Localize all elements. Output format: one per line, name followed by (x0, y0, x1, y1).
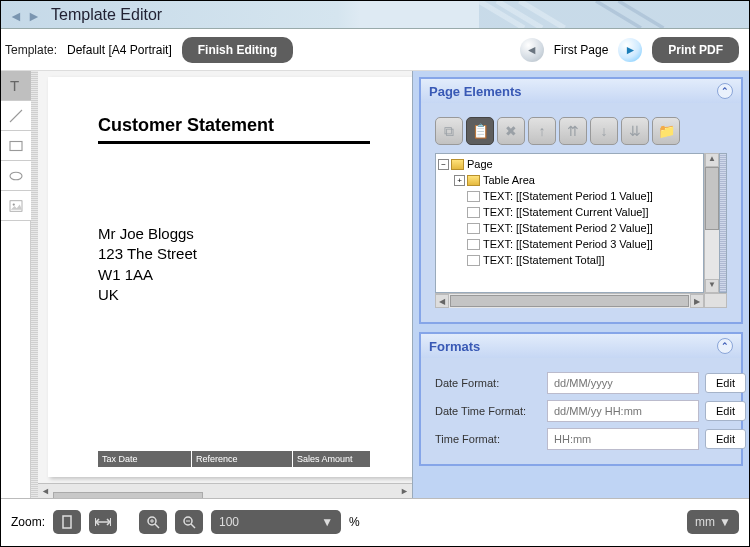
panel-title: Formats (429, 339, 480, 354)
prev-page-button[interactable]: ◄ (520, 38, 544, 62)
tree-node[interactable]: TEXT: [[Statement Period 2 Value]] (483, 221, 653, 237)
date-format-input[interactable] (547, 372, 699, 394)
svg-rect-6 (63, 516, 71, 528)
move-down-icon[interactable]: ↓ (590, 117, 618, 145)
canvas-grip-left[interactable] (31, 71, 38, 498)
percent-label: % (349, 515, 360, 529)
canvas-area[interactable]: Customer Statement Mr Joe Bloggs 123 The… (31, 71, 412, 498)
page-indicator: First Page (554, 43, 609, 57)
address-line: UK (98, 285, 370, 305)
fit-width-button[interactable] (89, 510, 117, 534)
time-format-label: Time Format: (435, 433, 541, 445)
move-up-icon[interactable]: ↑ (528, 117, 556, 145)
next-page-button[interactable]: ► (618, 38, 642, 62)
zoom-label: Zoom: (11, 515, 45, 529)
time-format-input[interactable] (547, 428, 699, 450)
paste-icon[interactable]: 📋 (466, 117, 494, 145)
svg-rect-2 (10, 141, 22, 150)
collapse-icon[interactable]: ⌃ (717, 83, 733, 99)
document-page[interactable]: Customer Statement Mr Joe Bloggs 123 The… (48, 77, 412, 477)
footer: Zoom: 100▼ % mm▼ (1, 498, 749, 544)
line-tool[interactable] (1, 101, 31, 131)
chevron-down-icon: ▼ (321, 515, 333, 529)
tree-node[interactable]: Table Area (483, 173, 535, 189)
rectangle-tool[interactable] (1, 131, 31, 161)
zoom-out-button[interactable] (175, 510, 203, 534)
page-elements-panel: Page Elements ⌃ ⧉ 📋 ✖ ↑ ⇈ ↓ ⇊ 📁 −Page (419, 77, 743, 324)
tree-node[interactable]: Page (467, 157, 493, 173)
chevron-down-icon: ▼ (719, 515, 731, 529)
edit-button[interactable]: Edit (705, 429, 746, 449)
tool-strip: T (1, 71, 31, 498)
canvas-hscrollbar[interactable]: ◄► (38, 483, 412, 498)
zoom-in-button[interactable] (139, 510, 167, 534)
finish-editing-button[interactable]: Finish Editing (182, 37, 293, 63)
table-col: Reference (192, 451, 292, 467)
app-title: Template Editor (51, 6, 162, 24)
table-col: Tax Date (98, 451, 191, 467)
address-line: W1 1AA (98, 265, 370, 285)
address-line: 123 The Street (98, 244, 370, 264)
formats-panel: Formats ⌃ Date Format: Edit Date Time Fo… (419, 332, 743, 466)
folder-icon[interactable]: 📁 (652, 117, 680, 145)
datetime-format-label: Date Time Format: (435, 405, 541, 417)
tree-vscrollbar[interactable]: ▲▼ (704, 153, 719, 293)
panel-resize-grip[interactable] (719, 153, 727, 293)
template-label: Template: (5, 43, 57, 57)
tree-node[interactable]: TEXT: [[Statement Total]] (483, 253, 604, 269)
edit-button[interactable]: Edit (705, 401, 746, 421)
address-block: Mr Joe Bloggs 123 The Street W1 1AA UK (98, 224, 370, 305)
ellipse-tool[interactable] (1, 161, 31, 191)
tree-hscrollbar[interactable]: ◀▶ (435, 293, 704, 308)
template-name: Default [A4 Portrait] (67, 43, 172, 57)
fit-page-button[interactable] (53, 510, 81, 534)
datetime-format-input[interactable] (547, 400, 699, 422)
unit-select[interactable]: mm▼ (687, 510, 739, 534)
tree-node[interactable]: TEXT: [[Statement Current Value]] (483, 205, 648, 221)
svg-line-11 (155, 524, 159, 528)
panel-title: Page Elements (429, 84, 522, 99)
text-tool[interactable]: T (1, 71, 31, 101)
svg-text:T: T (10, 77, 19, 94)
svg-line-1 (10, 110, 22, 122)
tree-node[interactable]: TEXT: [[Statement Period 1 Value]] (483, 189, 653, 205)
collapse-icon[interactable]: ⌃ (717, 338, 733, 354)
copy-icon[interactable]: ⧉ (435, 117, 463, 145)
print-pdf-button[interactable]: Print PDF (652, 37, 739, 63)
right-panel-column: Page Elements ⌃ ⧉ 📋 ✖ ↑ ⇈ ↓ ⇊ 📁 −Page (412, 71, 749, 498)
address-line: Mr Joe Bloggs (98, 224, 370, 244)
back-arrow-icon[interactable]: ◄ (9, 8, 27, 22)
title-bar: ◄ ► Template Editor (1, 1, 749, 29)
move-bottom-icon[interactable]: ⇊ (621, 117, 649, 145)
elements-tree[interactable]: −Page +Table Area TEXT: [[Statement Peri… (435, 153, 704, 293)
image-tool[interactable] (1, 191, 31, 221)
table-col: Sales Amount (293, 451, 370, 467)
delete-icon[interactable]: ✖ (497, 117, 525, 145)
elements-toolbar: ⧉ 📋 ✖ ↑ ⇈ ↓ ⇊ 📁 (435, 117, 727, 145)
zoom-select[interactable]: 100▼ (211, 510, 341, 534)
svg-line-15 (191, 524, 195, 528)
toolbar: Template: Default [A4 Portrait] Finish E… (1, 29, 749, 71)
move-top-icon[interactable]: ⇈ (559, 117, 587, 145)
table-header: Tax Date Reference Sales Amount (98, 451, 370, 467)
svg-point-5 (13, 203, 15, 205)
forward-arrow-icon[interactable]: ► (27, 8, 45, 22)
date-format-label: Date Format: (435, 377, 541, 389)
tree-node[interactable]: TEXT: [[Statement Period 3 Value]] (483, 237, 653, 253)
edit-button[interactable]: Edit (705, 373, 746, 393)
svg-point-3 (10, 172, 22, 180)
document-heading: Customer Statement (98, 115, 370, 144)
